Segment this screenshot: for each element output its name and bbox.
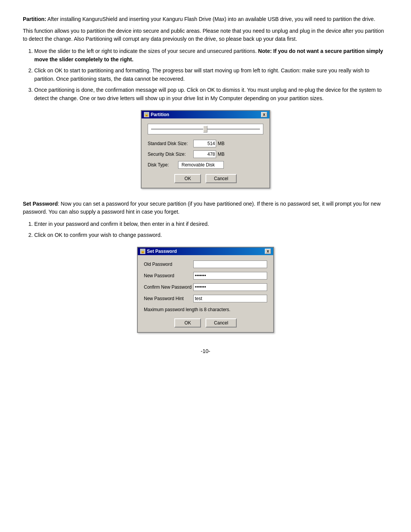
security-disk-input[interactable] bbox=[193, 150, 216, 158]
partition-dialog-body: Standard Disk Size: MB Security Disk Siz… bbox=[142, 118, 269, 188]
partition-ok-button[interactable]: OK bbox=[174, 174, 201, 183]
password-note: Maximum password length is 8 characters. bbox=[144, 306, 267, 313]
partition-titlebar: 🔒 Partition x bbox=[142, 111, 269, 118]
new-password-label: New Password bbox=[144, 273, 193, 278]
main-content: Partition: After installing KanguruShiel… bbox=[23, 15, 388, 354]
set-password-dialog-body: Old Password New Password Confirm New Pa… bbox=[138, 255, 273, 332]
partition-intro-bold: Partition: bbox=[23, 16, 46, 22]
disk-type-value: Removable Disk bbox=[178, 161, 224, 169]
password-intro-bold: Set Password bbox=[23, 201, 58, 207]
partition-dialog: 🔒 Partition x Standard Disk Size: bbox=[141, 110, 270, 189]
partition-slider-track bbox=[151, 129, 260, 129]
new-password-row: New Password bbox=[144, 272, 267, 280]
password-hint-row: New Password Hint bbox=[144, 295, 267, 302]
password-step-2: Click on OK to confirm your wish to chan… bbox=[34, 231, 388, 239]
old-password-input[interactable] bbox=[193, 260, 267, 268]
partition-para2: This function allows you to partition th… bbox=[23, 27, 388, 43]
password-intro-text: : Now you can set a password for your se… bbox=[23, 201, 381, 215]
partition-step-3: Once partitioning is done, the confirmat… bbox=[34, 86, 388, 103]
partition-titlebar-icon: 🔒 bbox=[144, 112, 149, 117]
partition-dialog-title: Partition bbox=[151, 112, 169, 117]
new-password-input[interactable] bbox=[193, 272, 267, 280]
set-password-titlebar: 🔒 Set Password x bbox=[138, 248, 273, 255]
password-steps-list: Enter in your password and confirm it be… bbox=[34, 220, 388, 239]
set-password-titlebar-left: 🔒 Set Password bbox=[140, 249, 177, 254]
partition-slider-thumb[interactable] bbox=[203, 126, 207, 133]
partition-dialog-wrapper: 🔒 Partition x Standard Disk Size: bbox=[23, 110, 388, 189]
password-intro: Set Password: Now you can set a password… bbox=[23, 200, 388, 216]
set-password-dialog-wrapper: 🔒 Set Password x Old Password New Passwo… bbox=[23, 247, 388, 333]
partition-step-2: Click on OK to start to partitioning and… bbox=[34, 66, 388, 83]
old-password-label: Old Password bbox=[144, 262, 193, 267]
partition-cancel-button[interactable]: Cancel bbox=[206, 174, 236, 183]
confirm-password-row: Confirm New Password bbox=[144, 283, 267, 291]
set-password-ok-button[interactable]: OK bbox=[174, 318, 201, 328]
partition-dialog-buttons: OK Cancel bbox=[148, 174, 263, 183]
partition-slider-container[interactable] bbox=[148, 124, 263, 134]
partition-close-button[interactable]: x bbox=[261, 112, 267, 117]
set-password-close-button[interactable]: x bbox=[265, 249, 271, 254]
page-number: -10- bbox=[23, 348, 388, 354]
password-hint-label: New Password Hint bbox=[144, 296, 193, 301]
set-password-titlebar-icon: 🔒 bbox=[140, 249, 145, 254]
old-password-row: Old Password bbox=[144, 260, 267, 268]
security-disk-unit: MB bbox=[218, 152, 225, 157]
password-hint-input[interactable] bbox=[193, 295, 267, 302]
partition-step1-note: Note: bbox=[258, 48, 273, 54]
disk-type-row: Disk Type: Removable Disk bbox=[148, 161, 263, 169]
confirm-password-input[interactable] bbox=[193, 283, 267, 291]
standard-disk-input[interactable] bbox=[193, 140, 216, 147]
standard-disk-row: Standard Disk Size: MB bbox=[148, 140, 263, 147]
confirm-password-label: Confirm New Password bbox=[144, 284, 193, 290]
set-password-dialog-title: Set Password bbox=[147, 249, 177, 254]
set-password-dialog-buttons: OK Cancel bbox=[144, 318, 267, 328]
partition-intro: Partition: After installing KanguruShiel… bbox=[23, 15, 388, 23]
partition-step-1: Move the slider to the left or right to … bbox=[34, 47, 388, 64]
security-disk-row: Security Disk Size: MB bbox=[148, 150, 263, 158]
disk-type-label: Disk Type: bbox=[148, 162, 178, 168]
password-step-1: Enter in your password and confirm it be… bbox=[34, 220, 388, 228]
security-disk-label: Security Disk Size: bbox=[148, 152, 193, 157]
set-password-cancel-button[interactable]: Cancel bbox=[206, 318, 236, 328]
partition-steps-list: Move the slider to the left or right to … bbox=[34, 47, 388, 102]
standard-disk-label: Standard Disk Size: bbox=[148, 141, 193, 146]
set-password-dialog: 🔒 Set Password x Old Password New Passwo… bbox=[137, 247, 274, 333]
partition-intro-text: After installing KanguruShield and inser… bbox=[46, 16, 375, 22]
partition-slider-area bbox=[148, 124, 263, 134]
standard-disk-unit: MB bbox=[218, 141, 225, 146]
partition-step1-note-bold: If you do not want a secure partition si… bbox=[34, 48, 383, 62]
partition-titlebar-left: 🔒 Partition bbox=[144, 112, 169, 117]
